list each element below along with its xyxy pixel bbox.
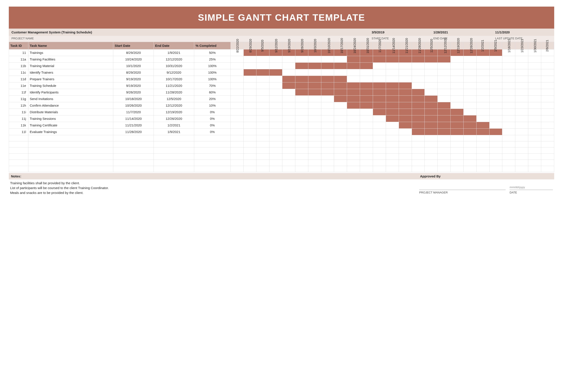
gantt-cell bbox=[256, 82, 269, 89]
gantt-cell bbox=[321, 76, 334, 82]
gantt-cell bbox=[451, 115, 464, 122]
gantt-cell bbox=[399, 102, 412, 109]
gantt-cell bbox=[412, 96, 425, 102]
table-row: 11kTraining Certificate11/21/20201/2/202… bbox=[9, 122, 554, 129]
gantt-cell bbox=[451, 129, 464, 135]
gantt-cell bbox=[438, 102, 451, 109]
gantt-cell bbox=[476, 115, 489, 122]
gantt-cell bbox=[541, 76, 554, 82]
gantt-cell bbox=[373, 115, 386, 122]
gantt-cell bbox=[269, 82, 282, 89]
task-pct: 100% bbox=[194, 63, 231, 69]
gantt-cell bbox=[386, 56, 399, 63]
gantt-cell bbox=[295, 160, 308, 166]
gantt-cell bbox=[282, 129, 295, 135]
gantt-cell bbox=[476, 96, 489, 102]
gantt-cell bbox=[360, 154, 373, 160]
gantt-cell bbox=[451, 154, 464, 160]
gantt-cell bbox=[502, 56, 515, 63]
gantt-cell bbox=[502, 141, 515, 148]
task-id: 11g bbox=[9, 96, 28, 102]
gantt-cell bbox=[541, 69, 554, 76]
gantt-cell bbox=[412, 82, 425, 89]
gantt-cell bbox=[334, 148, 347, 154]
gantt-cell bbox=[308, 115, 321, 122]
gantt-cell bbox=[308, 141, 321, 148]
task-name: Confirm Attendance bbox=[28, 102, 113, 109]
gantt-cell bbox=[347, 129, 360, 135]
gantt-cell bbox=[438, 82, 451, 89]
gantt-cell bbox=[476, 63, 489, 69]
gantt-cell bbox=[347, 96, 360, 102]
gantt-cell bbox=[502, 63, 515, 69]
gantt-cell bbox=[489, 56, 502, 63]
gantt-cell bbox=[463, 129, 476, 135]
task-start bbox=[113, 166, 154, 172]
gantt-cell bbox=[476, 166, 489, 172]
gantt-cell bbox=[399, 109, 412, 115]
gantt-cell bbox=[489, 154, 502, 160]
gantt-cell bbox=[451, 141, 464, 148]
week-header: 10/3/2020 bbox=[308, 42, 321, 50]
gantt-cell bbox=[515, 69, 528, 76]
gantt-cell bbox=[256, 96, 269, 102]
task-pct: 0% bbox=[194, 129, 231, 135]
gantt-cell bbox=[230, 160, 243, 166]
task-pct: 60% bbox=[194, 89, 231, 96]
task-start: 9/19/2020 bbox=[113, 82, 154, 89]
gantt-cell bbox=[463, 141, 476, 148]
note-line: Training facilities shall be provided by… bbox=[10, 181, 417, 186]
start-date-value: 3/5/2019 bbox=[369, 29, 431, 36]
week-header: 10/17/2020 bbox=[334, 42, 347, 50]
gantt-cell bbox=[321, 141, 334, 148]
col-task-id: Task ID bbox=[9, 42, 28, 50]
gantt-cell bbox=[425, 102, 438, 109]
task-start: 8/29/2020 bbox=[113, 50, 154, 56]
gantt-cell bbox=[256, 102, 269, 109]
gantt-cell bbox=[347, 56, 360, 63]
gantt-cell bbox=[347, 154, 360, 160]
col-start-date: Start Date bbox=[113, 42, 154, 50]
gantt-cell bbox=[230, 129, 243, 135]
task-pct: 0% bbox=[194, 122, 231, 129]
task-end: 1/9/2021 bbox=[154, 129, 194, 135]
gantt-cell bbox=[425, 82, 438, 89]
task-id bbox=[9, 135, 28, 141]
gantt-cell bbox=[269, 160, 282, 166]
gantt-cell bbox=[476, 76, 489, 82]
gantt-cell bbox=[463, 82, 476, 89]
gantt-cell bbox=[256, 160, 269, 166]
gantt-cell bbox=[515, 160, 528, 166]
gantt-cell bbox=[463, 63, 476, 69]
gantt-cell bbox=[373, 122, 386, 129]
gantt-cell bbox=[334, 154, 347, 160]
gantt-cell bbox=[360, 96, 373, 102]
gantt-cell bbox=[256, 63, 269, 69]
gantt-cell bbox=[502, 96, 515, 102]
gantt-cell bbox=[386, 89, 399, 96]
gantt-cell bbox=[295, 82, 308, 89]
gantt-cell bbox=[425, 69, 438, 76]
gantt-cell bbox=[412, 154, 425, 160]
gantt-cell bbox=[295, 56, 308, 63]
gantt-cell bbox=[399, 56, 412, 63]
gantt-cell bbox=[476, 154, 489, 160]
gantt-cell bbox=[321, 154, 334, 160]
task-end bbox=[154, 135, 194, 141]
gantt-cell bbox=[321, 148, 334, 154]
gantt-cell bbox=[502, 122, 515, 129]
gantt-cell bbox=[476, 122, 489, 129]
gantt-cell bbox=[399, 96, 412, 102]
gantt-cell bbox=[373, 63, 386, 69]
gantt-cell bbox=[528, 148, 541, 154]
task-id bbox=[9, 148, 28, 154]
task-id bbox=[9, 160, 28, 166]
task-id bbox=[9, 154, 28, 160]
gantt-cell bbox=[425, 122, 438, 129]
gantt-cell bbox=[295, 154, 308, 160]
gantt-cell bbox=[308, 148, 321, 154]
task-pct bbox=[194, 154, 231, 160]
task-pct: 100% bbox=[194, 69, 231, 76]
week-header: 1/30/2021 bbox=[528, 42, 541, 50]
gantt-cell bbox=[502, 135, 515, 141]
